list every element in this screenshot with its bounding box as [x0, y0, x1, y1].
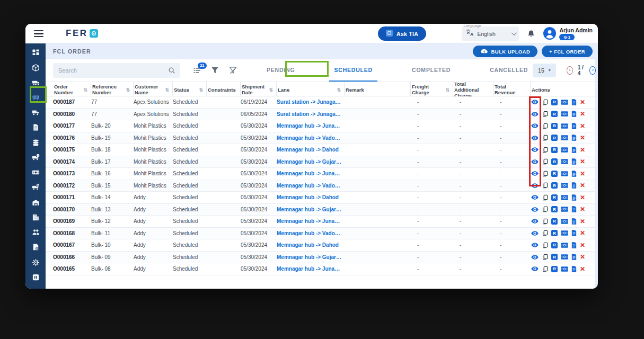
sidebar-item-wallet[interactable] — [28, 273, 43, 282]
lane-link[interactable]: Memnagar hub -> Junagadh — [277, 171, 345, 176]
view-action-icon[interactable] — [531, 159, 539, 165]
ask-tia-button[interactable]: Ask TIA — [378, 26, 426, 41]
lane-link[interactable]: Surat station -> Junagadh — [277, 99, 345, 105]
copy-action-icon[interactable] — [542, 182, 548, 189]
notification-bell-icon[interactable] — [527, 30, 535, 38]
lane-link[interactable]: Memnagar hub -> Dahod — [277, 194, 345, 200]
view-action-icon[interactable] — [531, 254, 539, 260]
document-action-icon[interactable] — [571, 99, 577, 105]
sort-icon[interactable]: ⇅ — [445, 87, 449, 93]
sidebar-item-reports[interactable] — [28, 243, 43, 252]
clear-filter-icon[interactable] — [229, 66, 237, 75]
document-action-icon[interactable] — [571, 171, 577, 177]
document-action-icon[interactable] — [571, 158, 577, 165]
lane-link[interactable]: Memnagar hub -> Junagadh — [277, 218, 345, 224]
document-action-icon[interactable] — [571, 194, 577, 201]
payment-action-icon[interactable] — [561, 123, 568, 129]
bulk-upload-button[interactable]: BULK UPLOAD — [473, 46, 538, 57]
view-action-icon[interactable] — [531, 99, 539, 105]
document-action-icon[interactable] — [571, 266, 577, 272]
next-page-button[interactable]: › — [589, 66, 596, 75]
sidebar-item-trailer[interactable] — [28, 78, 43, 87]
sort-icon[interactable]: ⇅ — [337, 87, 341, 93]
delete-action-icon[interactable]: ✕ — [580, 242, 585, 249]
receipt-action-icon[interactable]: R — [551, 182, 558, 189]
lane-link[interactable]: Memnagar hub -> Gujarat Internatio... — [277, 159, 345, 165]
view-action-icon[interactable] — [531, 194, 539, 200]
receipt-action-icon[interactable]: R — [551, 111, 558, 117]
language-select[interactable]: Language A English — [462, 26, 519, 41]
copy-action-icon[interactable] — [542, 230, 548, 236]
sidebar-item-dashboard[interactable] — [28, 48, 43, 57]
receipt-action-icon[interactable]: R — [551, 242, 558, 248]
delete-action-icon[interactable]: ✕ — [580, 134, 585, 141]
sidebar-item-company[interactable] — [28, 213, 43, 222]
lane-link[interactable]: Memnagar hub -> Vadodara Railway ... — [277, 183, 345, 189]
sidebar-item-payments[interactable] — [28, 168, 43, 177]
delete-action-icon[interactable]: ✕ — [580, 182, 585, 189]
delete-action-icon[interactable]: ✕ — [580, 253, 585, 261]
document-action-icon[interactable] — [571, 147, 577, 153]
page-size-select[interactable]: 15 ▾ — [533, 64, 556, 77]
copy-action-icon[interactable] — [542, 206, 548, 212]
view-action-icon[interactable] — [531, 183, 539, 189]
document-action-icon[interactable] — [571, 206, 577, 212]
lane-link[interactable]: Memnagar hub -> Gujarat Internatio... — [277, 254, 345, 260]
filter-icon[interactable] — [211, 66, 219, 75]
active-filters-icon[interactable]: 21 — [193, 66, 201, 75]
receipt-action-icon[interactable]: R — [551, 266, 558, 272]
payment-action-icon[interactable] — [561, 159, 568, 164]
copy-action-icon[interactable] — [542, 266, 548, 272]
copy-action-icon[interactable] — [542, 194, 548, 201]
delete-action-icon[interactable]: ✕ — [580, 122, 585, 130]
receipt-action-icon[interactable]: R — [551, 123, 558, 129]
payment-action-icon[interactable] — [561, 135, 568, 140]
copy-action-icon[interactable] — [542, 147, 548, 153]
view-action-icon[interactable] — [531, 218, 539, 224]
view-action-icon[interactable] — [531, 230, 539, 236]
delete-action-icon[interactable]: ✕ — [580, 265, 585, 273]
sidebar-item-fcl-orders[interactable] — [28, 93, 43, 102]
view-action-icon[interactable] — [531, 266, 539, 272]
copy-action-icon[interactable] — [542, 158, 548, 165]
delete-action-icon[interactable]: ✕ — [580, 229, 585, 237]
sidebar-item-drivers[interactable] — [28, 228, 43, 237]
prev-page-button[interactable]: ‹ — [567, 66, 573, 75]
delete-action-icon[interactable]: ✕ — [580, 146, 585, 154]
lane-link[interactable]: Surat station -> Junagadh — [277, 111, 345, 117]
tab-completed[interactable]: COMPLETED — [407, 59, 455, 82]
delete-action-icon[interactable]: ✕ — [580, 158, 585, 165]
lane-link[interactable]: Memnagar hub -> Vadodara Railway ... — [277, 135, 345, 141]
delete-action-icon[interactable]: ✕ — [580, 170, 585, 177]
lane-link[interactable]: Memnagar hub -> Dahod — [277, 242, 345, 248]
receipt-action-icon[interactable]: R — [551, 171, 558, 177]
lane-link[interactable]: Memnagar hub -> Gujarat Internatio... — [277, 207, 345, 212]
receipt-action-icon[interactable]: R — [551, 218, 558, 225]
view-action-icon[interactable] — [531, 135, 539, 141]
lane-link[interactable]: Memnagar hub -> Dahod — [277, 147, 345, 153]
copy-action-icon[interactable] — [542, 123, 548, 129]
copy-action-icon[interactable] — [542, 242, 548, 248]
document-action-icon[interactable] — [571, 135, 577, 141]
view-action-icon[interactable] — [531, 207, 539, 212]
sidebar-item-documents[interactable] — [28, 123, 43, 132]
document-action-icon[interactable] — [571, 254, 577, 260]
search-input[interactable] — [53, 63, 180, 78]
payment-action-icon[interactable] — [561, 195, 568, 200]
payment-action-icon[interactable] — [561, 207, 568, 212]
copy-action-icon[interactable] — [542, 99, 548, 105]
payment-action-icon[interactable] — [561, 243, 568, 248]
receipt-action-icon[interactable]: R — [551, 206, 558, 212]
delete-action-icon[interactable]: ✕ — [580, 110, 585, 118]
user-menu[interactable]: Arjun Admin G-1 — [543, 27, 593, 40]
view-action-icon[interactable] — [531, 147, 539, 153]
payment-action-icon[interactable] — [561, 147, 568, 153]
view-action-icon[interactable] — [531, 171, 539, 176]
delete-action-icon[interactable]: ✕ — [580, 194, 585, 201]
view-action-icon[interactable] — [531, 111, 539, 117]
view-action-icon[interactable] — [531, 242, 539, 248]
payment-action-icon[interactable] — [561, 219, 568, 224]
copy-action-icon[interactable] — [542, 218, 548, 225]
receipt-action-icon[interactable]: R — [551, 158, 558, 165]
lane-link[interactable]: Memnagar hub -> Vadodara Railway ... — [277, 230, 345, 236]
